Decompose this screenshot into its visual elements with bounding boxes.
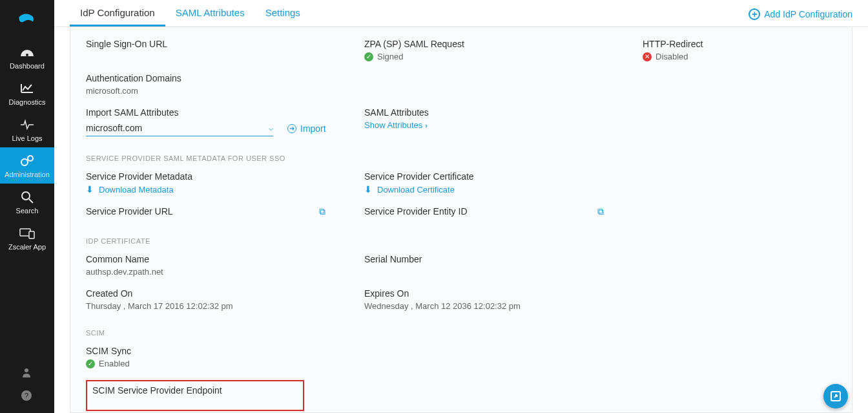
sidebar-item-label: Search (16, 207, 39, 215)
download-metadata-link[interactable]: ⬇ Download Metadata (86, 184, 364, 195)
add-idp-config-label: Add IdP Configuration (764, 9, 852, 19)
created-on-value: Thursday , March 17 2016 12:02:32 pm (86, 301, 364, 311)
http-redirect-status: ✕ Disabled (643, 52, 836, 61)
config-panel: Single Sign-On URL ZPA (SP) SAML Request… (70, 27, 852, 413)
main-area: IdP Configuration SAML Attributes Settin… (54, 0, 868, 413)
expires-on-value: Wednesday , March 12 2036 12:02:32 pm (364, 301, 643, 311)
import-button[interactable]: ➜ Import (287, 123, 326, 134)
x-icon: ✕ (643, 52, 652, 61)
chart-icon (18, 81, 36, 96)
gears-icon (18, 154, 36, 168)
download-certificate-link[interactable]: ⬇ Download Certificate (364, 184, 643, 195)
tab-idp-configuration[interactable]: IdP Configuration (70, 1, 165, 26)
sidebar-item-diagnostics[interactable]: Diagnostics (0, 75, 54, 111)
show-attributes-link[interactable]: Show Attributes› (364, 120, 643, 130)
section-sp-metadata: SERVICE PROVIDER SAML METADATA FOR USER … (86, 154, 836, 162)
sso-url-label: Single Sign-On URL (86, 39, 364, 49)
download-icon: ⬇ (364, 184, 372, 195)
help-icon[interactable]: ? (21, 390, 34, 403)
topbar: IdP Configuration SAML Attributes Settin… (54, 0, 868, 27)
import-saml-select[interactable]: microsoft.com ⌵ (86, 120, 273, 136)
section-idp-certificate: IdP CERTIFICATE (86, 237, 836, 245)
svg-point-1 (21, 159, 28, 165)
copy-icon[interactable]: ⧉ (319, 206, 364, 217)
scim-endpoint-label: SCIM Service Provider Endpoint (92, 385, 298, 396)
scim-sync-status: ✓ Enabled (86, 359, 364, 368)
plus-icon: + (749, 8, 760, 20)
svg-text:?: ? (25, 392, 28, 399)
sp-metadata-label: Service Provider Metadata (86, 171, 364, 182)
floating-action-button[interactable] (823, 384, 848, 408)
sidebar-item-label: Dashboard (10, 62, 45, 70)
svg-point-0 (26, 54, 28, 56)
sidebar-item-label: Diagnostics (9, 98, 46, 106)
tab-settings[interactable]: Settings (255, 1, 311, 26)
add-idp-config-button[interactable]: + Add IdP Configuration (749, 8, 852, 26)
common-name-label: Common Name (86, 254, 364, 264)
sidebar-item-search[interactable]: Search (0, 184, 54, 220)
sidebar-item-administration[interactable]: Administration (0, 147, 54, 184)
scim-sync-label: SCIM Sync (86, 346, 364, 356)
serial-number-label: Serial Number (364, 254, 643, 264)
svg-point-3 (22, 192, 30, 200)
scim-endpoint-box: SCIM Service Provider Endpoint (86, 380, 304, 411)
expand-icon (829, 390, 842, 403)
sp-entity-label: Service Provider Entity ID (364, 206, 597, 217)
devices-icon (18, 226, 36, 240)
download-icon: ⬇ (86, 184, 94, 195)
sidebar: Dashboard Diagnostics Live Logs Administ… (0, 0, 54, 413)
sidebar-item-label: Zscaler App (8, 243, 46, 251)
search-icon (18, 190, 36, 204)
sidebar-item-zscalerapp[interactable]: Zscaler App (0, 220, 54, 256)
import-saml-label: Import SAML Attributes (86, 107, 364, 118)
tabs: IdP Configuration SAML Attributes Settin… (70, 1, 311, 26)
sidebar-item-label: Administration (5, 171, 50, 178)
sidebar-bottom: ? (21, 361, 34, 413)
pulse-icon (18, 118, 36, 132)
zpa-request-label: ZPA (SP) SAML Request (364, 39, 643, 49)
tab-saml-attributes[interactable]: SAML Attributes (165, 1, 255, 26)
check-icon: ✓ (86, 359, 95, 368)
sp-cert-label: Service Provider Certificate (364, 171, 643, 182)
auth-domains-value: microsoft.com (86, 86, 364, 96)
http-redirect-label: HTTP-Redirect (643, 39, 836, 49)
svg-line-4 (29, 199, 33, 203)
sp-url-label: Service Provider URL (86, 206, 319, 217)
zscaler-logo (14, 5, 40, 31)
gauge-icon (18, 45, 36, 59)
user-icon[interactable] (21, 366, 34, 379)
common-name-value: authsp.dev.zpath.net (86, 267, 364, 277)
zpa-request-status: ✓ Signed (364, 52, 643, 61)
svg-point-2 (28, 156, 33, 161)
check-icon: ✓ (364, 52, 373, 61)
arrow-right-icon: ➜ (287, 124, 296, 133)
svg-point-7 (25, 368, 28, 372)
created-on-label: Created On (86, 288, 364, 299)
sidebar-item-label: Live Logs (12, 134, 42, 142)
expires-on-label: Expires On (364, 288, 643, 299)
sidebar-item-livelogs[interactable]: Live Logs (0, 111, 54, 147)
sidebar-item-dashboard[interactable]: Dashboard (0, 39, 54, 75)
svg-rect-6 (29, 231, 34, 238)
copy-icon[interactable]: ⧉ (597, 206, 643, 217)
section-scim: SCIM (86, 329, 836, 337)
chevron-right-icon: › (425, 122, 428, 129)
auth-domains-label: Authentication Domains (86, 73, 364, 83)
saml-attributes-label: SAML Attributes (364, 107, 643, 118)
chevron-down-icon: ⌵ (269, 123, 273, 132)
